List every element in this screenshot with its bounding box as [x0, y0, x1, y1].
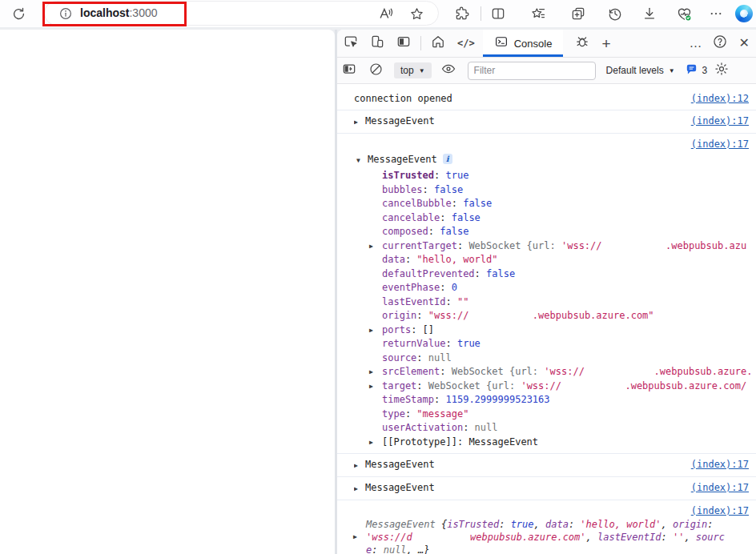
source-link[interactable]: (index):17: [691, 482, 749, 494]
inspect-element-button[interactable]: [341, 34, 360, 53]
expand-toggle-icon[interactable]: ▶: [354, 460, 365, 472]
split-screen-button[interactable]: [489, 4, 508, 23]
console-token: ,: [662, 519, 673, 530]
console-token: cancelable: [382, 212, 440, 223]
tab-welcome[interactable]: [428, 34, 448, 53]
console-line: composed: false: [337, 225, 756, 239]
console-token: MessageEvent: [366, 519, 441, 530]
clear-console-button[interactable]: [366, 61, 385, 80]
downloads-button[interactable]: [640, 4, 659, 23]
source-link[interactable]: (index):17: [691, 138, 749, 151]
event-label: MessageEvent: [365, 482, 435, 493]
issues-counter[interactable]: 3: [685, 62, 708, 79]
source-link[interactable]: (index):17: [691, 505, 749, 517]
expand-toggle-icon[interactable]: ▶: [369, 323, 373, 338]
console-token: :: [452, 198, 463, 209]
console-token: null: [428, 352, 452, 363]
console-token: '': [673, 532, 684, 543]
devtools-help-button[interactable]: [710, 34, 730, 53]
star-icon: [409, 6, 424, 22]
filter-input[interactable]: [468, 62, 596, 80]
tab-console[interactable]: Console: [483, 30, 564, 57]
console-token: :: [411, 324, 422, 335]
console-token: , …}: [407, 544, 430, 554]
log-levels-selector[interactable]: Default levels ▼: [606, 65, 675, 76]
console-settings-button[interactable]: [712, 61, 731, 80]
settings-more-button[interactable]: [706, 4, 726, 23]
console-token: :: [434, 394, 445, 405]
console-toolbar: top ▼ Default levels ▼ 3: [337, 58, 756, 84]
context-selector[interactable]: top ▼: [394, 62, 432, 78]
source-link[interactable]: (index):17: [691, 459, 749, 471]
collections-button[interactable]: [569, 4, 588, 23]
console-token: type: [382, 408, 405, 420]
extensions-button[interactable]: [452, 4, 472, 23]
dock-left-icon: [396, 34, 412, 53]
devtools-more-button[interactable]: …: [690, 37, 703, 50]
console-token: lastEventId: [597, 532, 661, 543]
favorites-button[interactable]: [529, 4, 548, 23]
extensions-puzzle-icon: [454, 6, 470, 22]
history-button[interactable]: [605, 4, 625, 23]
levels-label: Default levels: [606, 65, 664, 76]
console-log: connection opened(index):12▶MessageEvent…: [337, 84, 756, 554]
console-token: true: [457, 338, 481, 349]
console-token: origin: [673, 519, 707, 530]
console-token: :: [423, 184, 434, 195]
console-line: lastEventId: "": [337, 295, 756, 310]
console-line: data: "hello, world": [337, 253, 756, 267]
source-link[interactable]: (index):12: [691, 93, 749, 105]
refresh-button[interactable]: [9, 4, 28, 23]
console-token: WebSocket {url:: [468, 240, 561, 251]
browser-essentials-button[interactable]: [674, 4, 694, 23]
favorites-star-lines-icon: [530, 6, 546, 22]
expand-toggle-icon[interactable]: ▶: [354, 483, 365, 495]
devtools-close-button[interactable]: ✕: [739, 37, 750, 50]
console-token: WebSocket {url:: [452, 366, 545, 377]
console-token: data: [382, 254, 405, 265]
expand-toggle-icon[interactable]: ▶: [369, 436, 373, 450]
console-token: false: [434, 184, 463, 195]
source-link[interactable]: (index):17: [691, 115, 749, 127]
favorite-this-page-button[interactable]: [407, 4, 426, 23]
expand-toggle-icon[interactable]: ▶: [369, 379, 373, 394]
split-screen-icon: [490, 6, 506, 22]
console-token: true: [511, 519, 534, 530]
console-sidebar-button[interactable]: [340, 61, 359, 80]
message-text: ▶MessageEvent: [354, 115, 685, 128]
expand-toggle-icon[interactable]: ▶: [369, 239, 373, 254]
console-token: 'wss://d webpubsub.azure.com': [366, 532, 586, 543]
console-line: e: null, …}: [337, 544, 756, 554]
copilot-button[interactable]: [735, 5, 753, 22]
clear-console-icon: [368, 62, 384, 80]
live-expression-button[interactable]: [439, 61, 458, 80]
collapse-toggle-icon[interactable]: ▼: [356, 154, 368, 168]
console-token: srcElement: [382, 366, 440, 377]
console-line: ▶currentTarget: WebSocket {url: 'wss:// …: [337, 239, 756, 254]
issues-button[interactable]: [573, 34, 592, 53]
console-token: 'hello, world': [580, 519, 661, 530]
console-token: data: [545, 519, 569, 530]
console-token: :: [475, 268, 486, 279]
read-aloud-button[interactable]: [376, 4, 396, 23]
annotation-highlight-box: [42, 2, 187, 26]
issues-bubble-icon: [685, 62, 698, 79]
console-token: isTrusted: [447, 519, 499, 530]
console-token: 'wss:// .webpubsub.azu: [561, 240, 746, 251]
device-toolbar-button[interactable]: [368, 34, 387, 53]
console-token: 'wss:// .webpubsub.azure.: [544, 366, 752, 377]
expand-toggle-icon[interactable]: ▶: [353, 531, 357, 544]
console-token: "message": [416, 408, 468, 420]
console-token: :: [372, 544, 383, 554]
expand-toggle-icon[interactable]: ▶: [369, 365, 373, 379]
tab-elements[interactable]: </>: [457, 38, 475, 49]
dock-side-button[interactable]: [394, 34, 413, 53]
console-line: eventPhase: 0: [337, 281, 756, 295]
sidebar-toggle-icon: [341, 61, 357, 80]
expand-toggle-icon[interactable]: ▶: [354, 116, 365, 128]
console-token: ,: [534, 519, 545, 530]
console-line: source: null: [337, 351, 756, 366]
add-tool-button[interactable]: +: [601, 36, 610, 51]
console-token: currentTarget: [382, 240, 457, 251]
event-label: MessageEvent: [368, 154, 437, 165]
